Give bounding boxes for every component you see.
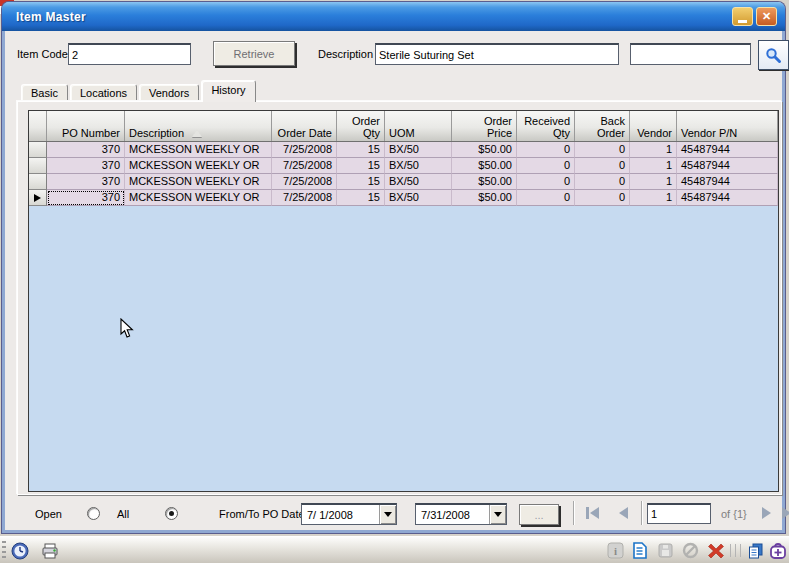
grid-cell[interactable]: $50.00 [452,158,517,174]
row-selector-cell[interactable] [29,174,47,190]
grid-cell[interactable]: 45487944 [677,190,778,206]
grid-cell[interactable]: 0 [517,174,575,190]
column-header-vendor-p-n[interactable]: Vendor P/N [677,111,778,141]
search-button[interactable] [758,40,789,70]
chevron-down-icon[interactable] [379,505,396,524]
toolbar-grip[interactable] [2,541,6,559]
table-row[interactable]: 370MCKESSON WEEKLY OR7/25/200815BX/50$50… [29,142,778,158]
column-header-order-qty[interactable]: Order Qty [337,111,385,141]
add-icon[interactable] [768,541,787,560]
grid-cell[interactable]: 45487944 [677,158,778,174]
column-header-description[interactable]: Description [125,111,272,141]
grid-cell[interactable]: $50.00 [452,190,517,206]
grid-cell[interactable]: 45487944 [677,174,778,190]
table-row[interactable]: 370MCKESSON WEEKLY OR7/25/200815BX/50$50… [29,158,778,174]
retrieve-button[interactable]: Retrieve [213,41,295,66]
row-selector-cell[interactable] [29,142,47,158]
grid-cell[interactable]: 7/25/2008 [272,158,337,174]
grid-cell[interactable]: 15 [337,142,385,158]
cancel-icon[interactable] [681,541,700,560]
grid-cell[interactable]: MCKESSON WEEKLY OR [125,142,272,158]
title-bar[interactable]: Item Master ✕ [2,2,785,31]
grid-cell[interactable]: 1 [630,142,677,158]
description-input[interactable] [375,43,619,65]
open-radio[interactable] [87,507,100,520]
column-header-order-date[interactable]: Order Date [272,111,337,141]
tab-history[interactable]: History [201,80,255,102]
column-header-order-price[interactable]: Order Price [452,111,517,141]
grid-cell[interactable]: MCKESSON WEEKLY OR [125,174,272,190]
all-radio[interactable] [165,507,178,520]
grid-cell[interactable]: 7/25/2008 [272,174,337,190]
tab-locations[interactable]: Locations [70,84,137,102]
close-icon[interactable]: ✕ [756,7,777,26]
grid-cell[interactable]: 0 [517,190,575,206]
grid-cell[interactable]: 15 [337,158,385,174]
grid-cell[interactable]: 15 [337,190,385,206]
minimize-icon[interactable] [732,7,753,26]
all-label: All [117,508,129,520]
grid-cell[interactable]: 7/25/2008 [272,142,337,158]
info-icon[interactable]: i [606,541,625,560]
mouse-cursor [120,318,135,341]
grid-cell[interactable]: 370 [47,190,125,206]
grid-cell[interactable]: MCKESSON WEEKLY OR [125,158,272,174]
clock-icon[interactable] [10,541,29,560]
grid-cell[interactable]: BX/50 [385,142,452,158]
grid-cell[interactable]: $50.00 [452,142,517,158]
print-icon[interactable] [40,541,59,560]
fromto-label: From/To PO Date [219,508,305,520]
column-header-vendor[interactable]: Vendor [630,111,677,141]
grid-cell[interactable]: 370 [47,158,125,174]
item-master-window: Item Master ✕ Item Code Retrieve Descrip… [2,2,785,533]
column-header-back-order[interactable]: Back Order [575,111,630,141]
grid-cell[interactable]: BX/50 [385,158,452,174]
grid-cell[interactable]: 0 [575,190,630,206]
table-row[interactable]: 370MCKESSON WEEKLY OR7/25/200815BX/50$50… [29,190,778,206]
grid-cell[interactable]: BX/50 [385,190,452,206]
date-to-dropdown[interactable]: 7/31/2008 [415,503,507,525]
open-label: Open [35,508,62,520]
tab-basic[interactable]: Basic [21,84,68,102]
row-selector-cell[interactable] [29,190,47,206]
next-page-button[interactable] [755,504,777,522]
date-from-dropdown[interactable]: 7/ 1/2008 [301,503,397,525]
grid-cell[interactable]: 1 [630,158,677,174]
table-row[interactable]: 370MCKESSON WEEKLY OR7/25/200815BX/50$50… [29,174,778,190]
grid-cell[interactable]: BX/50 [385,174,452,190]
grid-cell[interactable]: 15 [337,174,385,190]
item-code-input[interactable] [68,43,191,65]
grid-cell[interactable]: 0 [575,174,630,190]
page-number-input[interactable] [647,503,711,524]
delete-icon[interactable] [706,541,725,560]
chevron-down-icon[interactable] [489,505,506,524]
grid-cell[interactable]: 7/25/2008 [272,190,337,206]
last-page-button[interactable] [777,504,789,522]
po-history-grid[interactable]: PO NumberDescriptionOrder DateOrder QtyU… [28,110,779,492]
row-selector-cell[interactable] [29,158,47,174]
column-header-uom[interactable]: UOM [385,111,452,141]
more-options-button[interactable]: ... [519,504,559,525]
column-header-received-qty[interactable]: Received Qty [517,111,575,141]
copy-icon[interactable] [746,541,765,560]
grid-cell[interactable]: 370 [47,142,125,158]
grid-cell[interactable]: $50.00 [452,174,517,190]
grid-cell[interactable]: 1 [630,190,677,206]
grid-cell[interactable]: 0 [575,142,630,158]
grid-cell[interactable]: 45487944 [677,142,778,158]
previous-page-button[interactable] [612,504,634,522]
grid-cell[interactable]: 0 [517,142,575,158]
save-icon[interactable] [656,541,675,560]
first-page-button[interactable] [581,504,603,522]
tab-strip: Basic Locations Vendors History [21,82,258,102]
tab-vendors[interactable]: Vendors [139,84,199,102]
column-header-selector[interactable] [29,111,47,141]
grid-cell[interactable]: 370 [47,174,125,190]
grid-cell[interactable]: 1 [630,174,677,190]
column-header-po-number[interactable]: PO Number [47,111,125,141]
lookup-input[interactable] [630,43,751,65]
grid-cell[interactable]: 0 [517,158,575,174]
document-icon[interactable] [630,541,649,560]
grid-cell[interactable]: MCKESSON WEEKLY OR [125,190,272,206]
grid-cell[interactable]: 0 [575,158,630,174]
